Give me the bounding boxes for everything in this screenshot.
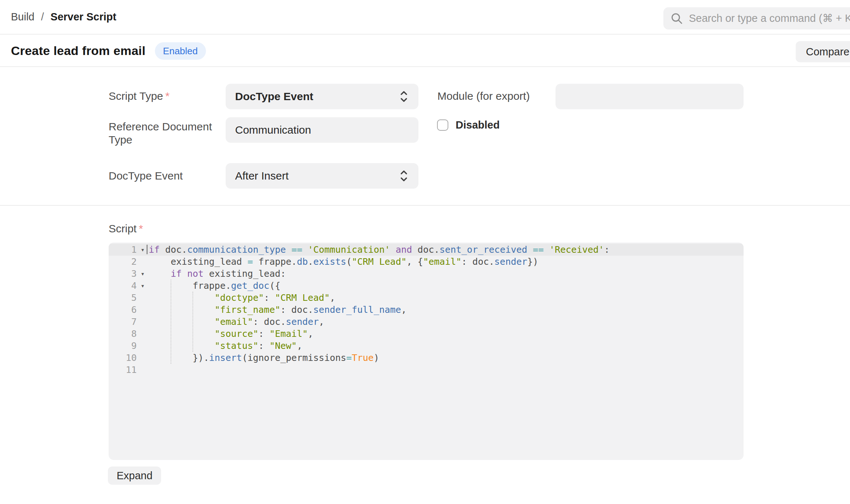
page-title: Create lead from email [11,44,145,58]
fold-gutter [137,352,149,364]
line-number: 7 [109,316,137,328]
line-number: 1 [109,244,137,256]
breadcrumb-build-link[interactable]: Build [11,11,35,23]
code-line[interactable]: 10 }).insert(ignore_permissions=True) [109,352,744,364]
code-text: existing_lead = frappe.db.exists("CRM Le… [149,256,744,268]
fold-gutter [137,256,149,268]
fold-gutter [137,328,149,340]
code-text: "email": doc.sender, [149,316,744,328]
fold-gutter [137,340,149,352]
code-line[interactable]: 9 "status": "New", [109,340,744,352]
line-number: 11 [109,364,137,376]
fold-gutter [137,304,149,316]
compare-versions-button[interactable]: Compare Versions [796,41,850,62]
code-editor[interactable]: 1▾if doc.communication_type == 'Communic… [109,243,744,460]
search-input[interactable] [689,12,850,24]
code-line[interactable]: 7 "email": doc.sender, [109,316,744,328]
doctype-event-value: After Insert [235,170,289,182]
code-text: frappe.get_doc({ [149,280,744,292]
script-field-label: Script* [109,223,143,235]
breadcrumb-server-script-link[interactable]: Server Script [51,11,117,23]
disabled-checkbox[interactable] [437,119,448,131]
form-section: Script Type* DocType Event Module (for e… [0,67,850,206]
script-type-value: DocType Event [235,90,313,103]
line-number: 6 [109,304,137,316]
text-cursor [147,245,148,254]
script-type-label: Script Type* [109,90,169,103]
code-line[interactable]: 6 "first_name": doc.sender_full_name, [109,304,744,316]
module-input[interactable] [555,84,744,109]
disabled-field: Disabled [437,119,500,131]
code-text [149,364,744,376]
reference-doctype-label: Reference Document Type [109,120,222,146]
status-badge: Enabled [155,42,206,60]
reference-doctype-input[interactable] [226,117,418,143]
code-line[interactable]: 11 [109,364,744,376]
expand-editor-button[interactable]: Expand [108,466,161,485]
line-number: 10 [109,352,137,364]
code-line[interactable]: 3▾ if not existing_lead: [109,268,744,280]
required-asterisk: * [139,223,143,235]
script-label-text: Script [109,223,137,235]
module-label: Module (for export) [437,90,530,103]
breadcrumb: Build / Server Script [11,0,116,34]
doctype-event-label: DocType Event [109,169,183,182]
fold-arrow-icon[interactable]: ▾ [137,280,149,292]
code-line[interactable]: 8 "source": "Email", [109,328,744,340]
editor-rows: 1▾if doc.communication_type == 'Communic… [109,244,744,376]
script-type-label-text: Script Type [109,90,163,102]
line-number: 4 [109,280,137,292]
breadcrumb-separator: / [41,11,44,23]
fold-gutter [137,316,149,328]
line-number: 9 [109,340,137,352]
code-line[interactable]: 2 existing_lead = frappe.db.exists("CRM … [109,256,744,268]
fold-gutter [137,364,149,376]
line-number: 5 [109,292,137,304]
line-number: 3 [109,268,137,280]
code-line[interactable]: 1▾if doc.communication_type == 'Communic… [109,244,744,256]
code-text: "status": "New", [149,340,744,352]
fold-arrow-icon[interactable]: ▾ [137,268,149,280]
indent-guide [192,292,193,352]
code-text: }).insert(ignore_permissions=True) [149,352,744,364]
chevron-updown-icon [399,169,409,183]
page-header: Create lead from email Enabled Compare V… [0,35,850,67]
title-group: Create lead from email Enabled [11,35,206,66]
search-icon [671,12,683,25]
code-text: "first_name": doc.sender_full_name, [149,304,744,316]
global-search[interactable] [663,7,850,29]
chevron-updown-icon [399,90,409,103]
code-text: if doc.communication_type == 'Communicat… [149,244,744,256]
indent-guide [171,280,171,364]
doctype-event-select[interactable]: After Insert [226,163,418,189]
line-number: 8 [109,328,137,340]
server-script-page: { "navbar": { "breadcrumb": { "root": "B… [0,0,850,504]
code-text: "source": "Email", [149,328,744,340]
disabled-checkbox-label[interactable]: Disabled [456,119,500,131]
required-asterisk: * [165,90,170,102]
navbar: Build / Server Script [0,0,850,35]
code-line[interactable]: 5 "doctype": "CRM Lead", [109,292,744,304]
code-text: "doctype": "CRM Lead", [149,292,744,304]
script-type-select[interactable]: DocType Event [226,84,418,109]
line-number: 2 [109,256,137,268]
code-text: if not existing_lead: [149,268,744,280]
fold-gutter [137,292,149,304]
code-line[interactable]: 4▾ frappe.get_doc({ [109,280,744,292]
